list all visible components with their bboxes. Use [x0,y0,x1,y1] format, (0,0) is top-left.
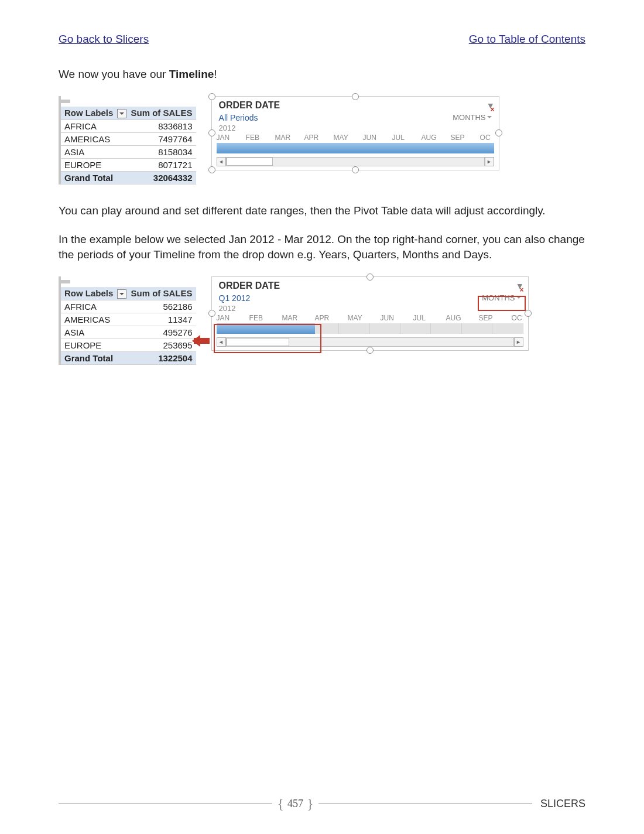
resize-handle-icon[interactable] [352,166,359,173]
pivot1-val: 8336813 [128,119,196,132]
screenshot-1: Row Labels Sum of SALES AFRICA8336813 AM… [59,96,585,184]
intro-text: We now you have our Timeline! [59,67,585,82]
para2: You can play around and set different da… [59,203,585,218]
clear-filter-icon[interactable]: ▾× [518,281,522,291]
timeline2-units-dropdown[interactable]: MONTHS [482,293,520,303]
intro-post: ! [214,68,217,80]
row-labels-dropdown-icon[interactable] [117,109,126,118]
pivot1-total-value: 32064332 [128,171,196,184]
page-footer: { 457 } SLICERS [59,796,585,812]
timeline1-period: All Periods [219,113,258,122]
pivot2-total-label: Grand Total [61,351,128,364]
intro-pre: We now you have our [59,68,169,80]
timeline-2[interactable]: ORDER DATE ▾× Q1 2012 MONTHS 2012 JANFEB… [211,276,529,351]
resize-handle-icon[interactable] [208,310,215,317]
pivot2-val: 495276 [128,326,196,339]
pivot1-col2: Sum of SALES [128,107,196,120]
page-number: 457 [284,798,307,810]
pivot1-row: AMERICAS [61,132,128,145]
timeline2-period: Q1 2012 [219,293,251,303]
pivot1-total-label: Grand Total [61,171,128,184]
callout-arrow-icon [186,335,210,347]
para3: In the example below we selected Jan 201… [59,232,585,262]
timeline1-month-labels: JANFEBMARAPRMAYJUNJULAUGSEPOC [217,134,494,142]
pivot1-val: 8158034 [128,145,196,158]
pivot2-row: EUROPE [61,339,128,351]
scrollbar-thumb[interactable] [227,338,290,346]
pivot-table-2: Row Labels Sum of SALES AFRICA562186 AME… [59,276,196,365]
timeline2-year: 2012 [212,304,528,313]
resize-handle-icon[interactable] [208,166,215,173]
pivot1-col1: Row Labels [61,107,128,120]
scrollbar-track[interactable] [226,337,514,347]
scroll-right-button[interactable]: ► [514,337,523,347]
pivot2-col1: Row Labels [61,287,128,300]
chevron-down-icon [516,296,521,301]
pivot2-col2: Sum of SALES [128,287,196,300]
timeline2-month-labels: JANFEBMARAPRMAYJUNJULAUGSEPOC [217,314,523,322]
timeline-1[interactable]: ORDER DATE ▾× All Periods MONTHS 2012 JA… [211,96,499,170]
pivot2-val: 253695 [128,339,196,351]
resize-handle-icon[interactable] [352,93,359,100]
pivot2-row: AMERICAS [61,313,128,326]
scrollbar-thumb[interactable] [227,158,273,166]
pivot1-val: 7497764 [128,132,196,145]
pivot2-row: ASIA [61,326,128,339]
pivot2-total-value: 1322504 [128,351,196,364]
footer-section: SLICERS [532,798,585,810]
resize-handle-icon[interactable] [366,274,374,281]
scroll-right-button[interactable]: ► [485,157,494,166]
timeline1-track[interactable] [217,143,494,153]
pivot2-val: 11347 [128,313,196,326]
clear-filter-icon[interactable]: ▾× [488,100,493,111]
scroll-left-button[interactable]: ◄ [217,337,226,347]
pivot1-row: ASIA [61,145,128,158]
pivot2-row: AFRICA [61,300,128,313]
row-labels-dropdown-icon[interactable] [117,289,126,299]
timeline2-track[interactable] [217,323,523,334]
timeline1-units-dropdown[interactable]: MONTHS [453,113,491,122]
chevron-down-icon [487,116,492,121]
pivot2-val: 562186 [128,300,196,313]
timeline2-title: ORDER DATE [219,281,280,291]
pivot1-row: AFRICA [61,119,128,132]
intro-bold: Timeline [169,68,214,80]
pivot1-row: EUROPE [61,158,128,171]
timeline1-year: 2012 [212,124,499,132]
pivot-table-1: Row Labels Sum of SALES AFRICA8336813 AM… [59,96,196,184]
timeline2-selection[interactable] [217,323,315,334]
back-to-slicers-link[interactable]: Go back to Slicers [59,33,149,46]
toc-link[interactable]: Go to Table of Contents [469,33,585,46]
pivot1-val: 8071721 [128,158,196,171]
scroll-left-button[interactable]: ◄ [217,157,226,166]
timeline1-title: ORDER DATE [219,100,280,111]
resize-handle-icon[interactable] [208,93,215,100]
timeline1-selection[interactable] [217,143,494,153]
resize-handle-icon[interactable] [208,129,215,136]
scrollbar-track[interactable] [226,157,485,166]
resize-handle-icon[interactable] [366,347,374,354]
screenshot-2: Row Labels Sum of SALES AFRICA562186 AME… [59,276,585,365]
